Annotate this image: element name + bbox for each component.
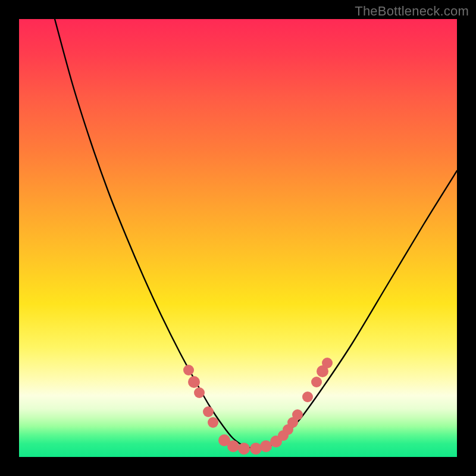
bottleneck-curve xyxy=(55,19,457,449)
marker-point xyxy=(208,417,218,428)
marker-point xyxy=(302,392,313,402)
plot-area xyxy=(19,19,457,457)
marker-point xyxy=(194,387,205,398)
marker-point xyxy=(260,440,272,452)
marker-point xyxy=(311,377,322,387)
chart-frame: TheBottleneck.com xyxy=(0,0,476,476)
marker-point xyxy=(227,440,239,452)
marker-point xyxy=(188,376,200,388)
marker-point xyxy=(250,443,262,455)
marker-point xyxy=(238,443,250,455)
marker-point xyxy=(292,409,303,420)
marker-point xyxy=(183,365,194,375)
marker-point xyxy=(322,358,333,368)
marker-point xyxy=(203,406,214,417)
chart-svg xyxy=(19,19,457,457)
watermark-text: TheBottleneck.com xyxy=(355,4,469,19)
